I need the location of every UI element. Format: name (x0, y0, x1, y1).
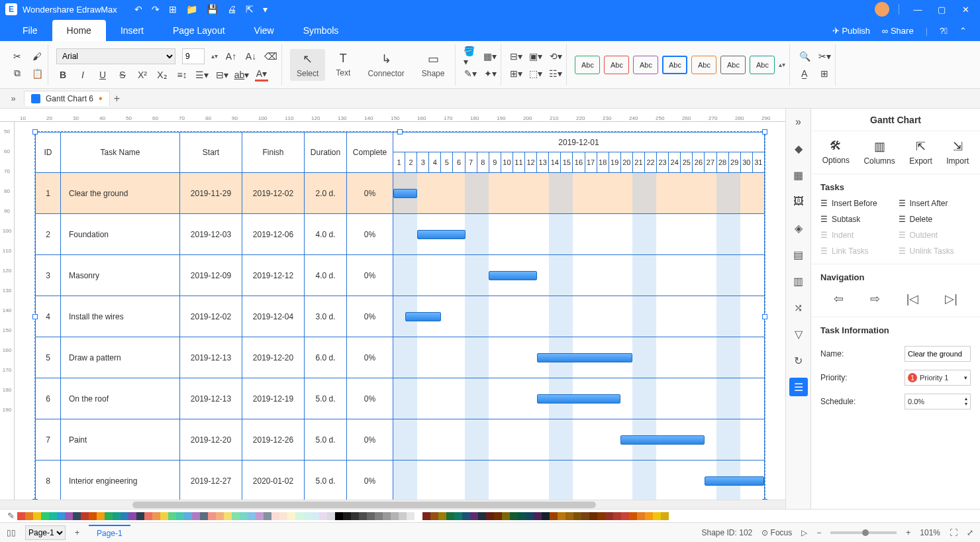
color-swatch[interactable] (367, 512, 375, 520)
color-swatch[interactable] (97, 512, 105, 520)
color-swatch[interactable] (645, 512, 653, 520)
table-row[interactable]: 2Foundation2019-12-032019-12-064.0 d.0% (36, 214, 765, 255)
play-icon[interactable]: ▷ (801, 528, 807, 537)
print-icon[interactable]: 🖨 (227, 4, 236, 15)
color-swatch[interactable] (391, 512, 399, 520)
new-icon[interactable]: ⊞ (169, 4, 177, 15)
color-swatch[interactable] (454, 512, 462, 520)
color-swatch[interactable] (176, 512, 184, 520)
color-swatch[interactable] (478, 512, 486, 520)
color-swatch[interactable] (121, 512, 128, 520)
table-row[interactable]: 8Interior engineering2019-12-272020-01-0… (36, 461, 765, 500)
expand-panel-icon[interactable]: » (789, 113, 808, 131)
color-swatch[interactable] (311, 512, 319, 520)
options-button[interactable]: 🛠Options (822, 139, 850, 166)
color-swatch[interactable] (160, 512, 168, 520)
gantt-selection-box[interactable]: ID Task Name Start Finish Duration Compl… (34, 131, 765, 500)
color-swatch[interactable] (73, 512, 81, 520)
styles-more-icon[interactable]: ▴▾ (779, 61, 785, 68)
color-swatch[interactable] (375, 512, 383, 520)
clear-format-icon[interactable]: ⌫ (264, 50, 277, 63)
style-5[interactable]: Abc (691, 56, 716, 74)
increase-font-icon[interactable]: A↑ (224, 50, 238, 63)
style-6[interactable]: Abc (720, 56, 746, 74)
color-swatch[interactable] (637, 512, 645, 520)
color-swatch[interactable] (89, 512, 97, 520)
fill-icon[interactable]: 🪣▾ (464, 50, 477, 63)
color-swatch[interactable] (200, 512, 208, 520)
style-7[interactable]: Abc (750, 56, 775, 74)
decrease-font-icon[interactable]: A↓ (244, 50, 258, 63)
export-icon[interactable]: ⇱ (246, 4, 254, 15)
color-swatch[interactable] (462, 512, 470, 520)
layers-icon[interactable]: ◈ (789, 219, 808, 237)
columns-button[interactable]: ▥Columns (863, 139, 895, 166)
cut-icon[interactable]: ✂ (11, 50, 24, 63)
color-swatch[interactable] (597, 512, 605, 520)
task-name-input[interactable] (905, 346, 971, 362)
color-swatch[interactable] (144, 512, 152, 520)
font-name-select[interactable]: Arial (56, 48, 175, 64)
minimize-icon[interactable]: — (908, 5, 927, 15)
color-swatch[interactable] (351, 512, 359, 520)
fullscreen-icon[interactable]: ⤢ (967, 528, 973, 537)
col-task[interactable]: Task Name (61, 133, 180, 173)
color-swatch[interactable] (248, 512, 256, 520)
color-swatch[interactable] (518, 512, 526, 520)
tab-page-layout[interactable]: Page Layout (158, 20, 240, 41)
underline-icon[interactable]: U (96, 68, 109, 81)
avatar[interactable] (875, 2, 889, 17)
tab-insert[interactable]: Insert (106, 20, 158, 41)
color-swatch[interactable] (224, 512, 232, 520)
color-swatch[interactable] (33, 512, 41, 520)
style-3[interactable]: Abc (633, 56, 658, 74)
color-swatch[interactable] (502, 512, 510, 520)
gantt-bar[interactable] (705, 476, 764, 486)
color-swatch[interactable] (216, 512, 224, 520)
italic-icon[interactable]: I (76, 68, 89, 81)
gantt-bar[interactable] (537, 394, 621, 404)
add-page-icon[interactable]: + (75, 528, 79, 537)
import-button[interactable]: ⇲Import (946, 139, 969, 166)
color-swatch[interactable] (486, 512, 494, 520)
connector-tool[interactable]: ↳Connector (361, 49, 411, 81)
subtask-button[interactable]: ☰ Subtask (820, 215, 893, 224)
layout-toggle-icon[interactable]: ▯▯ (7, 528, 16, 537)
help-icon[interactable]: ?⃝ (940, 26, 948, 36)
tab-home[interactable]: Home (52, 20, 106, 41)
subscript-icon[interactable]: X₂ (156, 68, 169, 81)
color-swatch[interactable] (613, 512, 621, 520)
color-swatch[interactable] (335, 512, 343, 520)
zoom-out-icon[interactable]: − (816, 528, 821, 537)
superscript-icon[interactable]: X² (136, 68, 149, 81)
color-swatch[interactable] (565, 512, 573, 520)
chart-icon[interactable]: ▥ (789, 272, 808, 290)
delete-button[interactable]: ☰ Delete (899, 215, 971, 224)
color-swatch[interactable] (573, 512, 581, 520)
history-icon[interactable]: ↻ (789, 351, 808, 370)
color-swatch[interactable] (264, 512, 271, 520)
col-start[interactable]: Start (180, 133, 242, 173)
gantt-bar[interactable] (537, 353, 632, 362)
color-swatch[interactable] (605, 512, 613, 520)
color-swatch[interactable] (550, 512, 558, 520)
shuffle-icon[interactable]: ⤭ (789, 298, 808, 317)
align-icon[interactable]: ⊟▾ (509, 50, 522, 63)
publish-button[interactable]: ✈ Publish (832, 26, 870, 36)
color-swatch[interactable] (581, 512, 589, 520)
color-swatch[interactable] (542, 512, 550, 520)
style-1[interactable]: Abc (575, 56, 600, 74)
order-icon[interactable]: ☷▾ (549, 67, 562, 80)
zoom-in-icon[interactable]: + (906, 528, 910, 537)
color-swatch[interactable] (526, 512, 534, 520)
find-icon[interactable]: 🔍 (798, 50, 811, 63)
color-swatch[interactable] (653, 512, 661, 520)
resize-handle[interactable] (32, 314, 38, 319)
color-swatch[interactable] (383, 512, 391, 520)
table-row[interactable]: 6On the roof2019-12-132019-12-195.0 d.0% (36, 378, 765, 419)
color-swatch[interactable] (25, 512, 33, 520)
numbering-icon[interactable]: ⊟▾ (215, 68, 228, 81)
share-button[interactable]: ∞ Share (882, 26, 914, 36)
color-swatch[interactable] (256, 512, 264, 520)
color-swatch[interactable] (589, 512, 597, 520)
